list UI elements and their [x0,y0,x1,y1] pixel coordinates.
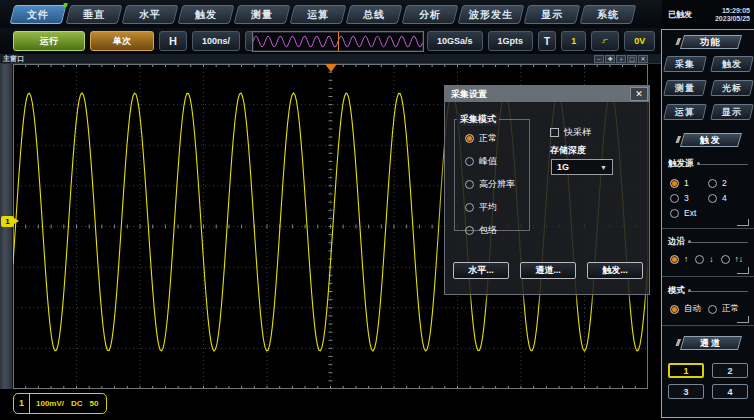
trigger-source-button[interactable]: 1 [561,31,586,51]
menu-item-file[interactable]: 文件 [10,5,67,24]
horizontal-settings-button[interactable]: 水平... [453,262,509,279]
trigger-settings-button[interactable]: 触发... [587,262,643,279]
radio-mode-auto[interactable]: 自动 [670,303,701,315]
sample-rate-badge: 10GSa/s [427,31,483,51]
preview-trigger-marker[interactable] [338,32,339,51]
func-button-acquire[interactable]: 采集 [663,56,707,72]
channel-section-header: // 通道 [662,336,754,350]
func-button-trigger[interactable]: 触发 [710,56,754,72]
dialog-titlebar[interactable]: 采集设置 ✕ [445,86,649,102]
divider [662,228,754,229]
fast-sample-checkbox[interactable]: 快采样 [550,126,591,139]
date-text: 2023/05/25 [715,15,750,22]
channel-impedance: 50 [90,399,99,408]
menu-item-measure[interactable]: 测量 [234,5,291,24]
menu-item-vertical[interactable]: 垂直 [66,5,123,24]
radio-source-2[interactable]: 2 [708,178,742,188]
menu-item-bus[interactable]: 总线 [346,5,403,24]
func-button-display[interactable]: 显示 [710,104,754,120]
radio-edge-rising[interactable]: ↑ [670,254,688,264]
radio-icon [465,157,474,166]
radio-average[interactable]: 平均 [465,201,515,214]
record-length-badge: 1Gpts [488,31,534,51]
radio-source-4[interactable]: 4 [708,193,742,203]
radio-envelope[interactable]: 包络 [465,224,515,237]
move-icon[interactable]: ✚ [605,55,615,63]
trigger-position-marker[interactable] [325,64,337,72]
time-text: 15:29:05 [722,7,750,14]
channel-settings-button[interactable]: 通道... [520,262,576,279]
bottom-bar: 1 100mV/ DC 50 [0,389,661,420]
mode-label: 模式 [662,285,754,297]
radio-icon [721,255,730,264]
radio-source-3[interactable]: 3 [670,193,704,203]
radio-source-ext[interactable]: Ext [670,208,704,218]
close-window-icon[interactable]: ✕ [638,55,648,63]
menu-item-wavegen[interactable]: 波形发生 [458,5,525,24]
zoom-window-icon[interactable]: ＋ [616,55,626,63]
func-button-cursor[interactable]: 光标 [710,80,754,96]
maximize-icon[interactable]: ▢ [627,55,637,63]
radio-icon [670,209,679,218]
channel1-level-marker[interactable]: 1 [1,216,14,227]
rising-edge-icon[interactable] [591,31,619,51]
func-button-math[interactable]: 运算 [663,104,707,120]
channel-button-4[interactable]: 4 [712,384,748,399]
radio-icon [670,305,679,314]
radio-icon [465,180,474,189]
window-controls: − ✚ ＋ ▢ ✕ [594,55,648,63]
radio-high-res[interactable]: 高分辨率 [465,178,515,191]
acquire-mode-group: 采集模式 正常 峰值 高分辨率 平均 包络 [454,119,530,231]
channel-scale: 100mV/ [36,399,64,408]
channel-coupling: DC [71,399,83,408]
main-window-title: 主窗口 [0,54,24,64]
channel-button-1[interactable]: 1 [668,363,704,378]
radio-normal[interactable]: 正常 [465,132,515,145]
close-icon[interactable]: ✕ [630,87,648,101]
group-corner [737,316,749,323]
channel1-badge[interactable]: 1 100mV/ DC 50 [13,393,107,414]
horizontal-badge: H [159,31,187,51]
single-button[interactable]: 单次 [90,31,154,51]
group-corner [737,267,749,274]
radio-icon [465,226,474,235]
acquisition-settings-dialog: 采集设置 ✕ 采集模式 正常 峰值 高分辨率 平均 包络 快采样 存储深度 1G… [444,85,650,295]
trigger-level-button[interactable]: 0V [624,31,655,51]
trigger-section-header: // 触发 [662,133,754,147]
func-button-measure[interactable]: 测量 [663,80,707,96]
menu-item-horizontal[interactable]: 水平 [122,5,179,24]
channel-button-3[interactable]: 3 [668,384,704,399]
radio-source-1[interactable]: 1 [670,178,704,188]
radio-icon [708,305,717,314]
clock: 15:29:05 2023/05/25 [715,7,750,22]
radio-icon [670,194,679,203]
menu-item-analyze[interactable]: 分析 [402,5,459,24]
radio-icon [465,134,474,143]
memory-depth-label: 存储深度 [550,144,586,157]
undock-icon[interactable]: − [594,55,604,63]
menu-item-system[interactable]: 系统 [580,5,637,24]
slash-icon: // [676,135,679,145]
radio-peak[interactable]: 峰值 [465,155,515,168]
channel-button-2[interactable]: 2 [712,363,748,378]
menu-bar: 文件 垂直 水平 触发 测量 运算 总线 分析 波形发生 显示 系统 [0,0,662,28]
radio-icon [670,255,679,264]
waveform-preview[interactable] [252,31,424,52]
radio-mode-normal[interactable]: 正常 [708,303,739,315]
menu-item-display[interactable]: 显示 [524,5,581,24]
radio-icon [708,179,717,188]
acquire-mode-label: 采集模式 [457,113,499,126]
menu-item-trigger[interactable]: 触发 [178,5,235,24]
status-bar: 已触发 15:29:05 2023/05/25 [662,0,754,28]
menu-item-math[interactable]: 运算 [290,5,347,24]
channel-number: 1 [14,394,30,413]
edge-label: 边沿 [662,236,754,248]
radio-edge-either[interactable]: ↑↓ [721,254,744,264]
radio-icon [670,179,679,188]
timebase-button[interactable]: 100ns/ [192,31,240,51]
checkbox-icon [550,128,559,137]
memory-depth-select[interactable]: 1G ▼ [551,159,613,175]
run-button[interactable]: 运行 [13,31,85,51]
radio-edge-falling[interactable]: ↓ [695,254,713,264]
function-section-header: // 功能 [662,35,754,49]
